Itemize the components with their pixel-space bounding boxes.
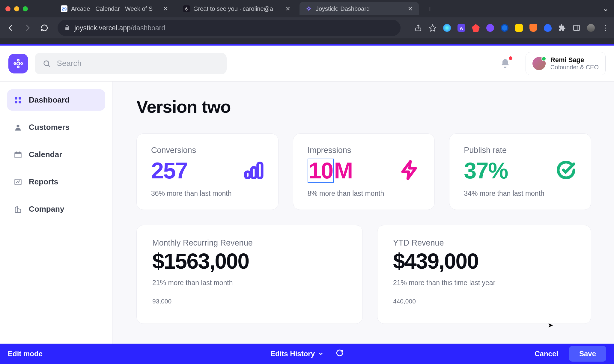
stat-cards-row: Conversions 257 36% more than last month… — [136, 133, 591, 210]
chart-icon — [14, 178, 22, 186]
app-topbar: Remi Sage Cofounder & CEO — [0, 46, 614, 82]
browser-reload-button[interactable] — [38, 22, 50, 34]
svg-rect-17 — [252, 167, 256, 178]
sidebar-item-company[interactable]: Company — [7, 198, 105, 220]
revenue-value: $1563,000 — [152, 249, 347, 273]
page-title: Version two — [136, 97, 591, 117]
sidebar: Dashboard Customers Calendar Reports Com… — [0, 82, 112, 364]
app-logo[interactable] — [8, 54, 28, 73]
extension-icon[interactable] — [486, 24, 494, 32]
window-minimize-dot[interactable] — [14, 6, 19, 11]
svg-rect-11 — [15, 101, 17, 103]
browser-tab-superhuman[interactable]: 6 Great to see you · caroline@a ✕ — [177, 2, 297, 15]
tab-overflow-icon[interactable]: ⌄ — [603, 4, 609, 13]
content-area: Version two Conversions 257 36% more tha… — [112, 82, 614, 364]
stat-label: Publish rate — [464, 146, 577, 155]
share-icon[interactable] — [414, 24, 422, 32]
calendar-icon — [14, 151, 22, 159]
revenue-cards-row: Monthly Recurring Revenue $1563,000 21% … — [136, 225, 591, 324]
revenue-card-mrr[interactable]: Monthly Recurring Revenue $1563,000 21% … — [136, 225, 363, 324]
profile-avatar-icon[interactable] — [587, 24, 595, 32]
extension-icon[interactable] — [501, 24, 508, 32]
svg-rect-9 — [15, 97, 17, 99]
url-path: /dashboard — [131, 24, 165, 32]
svg-point-5 — [21, 63, 23, 64]
search-field[interactable] — [35, 53, 227, 74]
app-viewport: Remi Sage Cofounder & CEO Dashboard Cust… — [0, 44, 614, 364]
sidebar-item-label: Calendar — [29, 150, 62, 159]
browser-address-bar: joystick.vercel.app/dashboard A ⋮ — [0, 17, 614, 38]
sidebar-item-label: Reports — [29, 177, 58, 186]
stat-label: Impressions — [308, 146, 420, 155]
revenue-card-ytd[interactable]: YTD Revenue $439,000 21% more than this … — [377, 225, 591, 324]
extension-icon[interactable] — [472, 24, 480, 32]
extension-icon[interactable] — [529, 24, 537, 32]
svg-rect-14 — [15, 152, 21, 158]
sidebar-item-label: Customers — [29, 123, 70, 132]
browser-tab-bar: 29 Arcade - Calendar - Week of S ✕ 6 Gre… — [0, 0, 614, 17]
joystick-icon — [306, 5, 312, 12]
browser-tab-joystick[interactable]: Joystick: Dashboard ✕ — [300, 2, 419, 15]
window-traffic-lights[interactable] — [5, 6, 28, 11]
stat-value: 257 — [151, 157, 187, 183]
stat-value: 10M — [308, 157, 353, 183]
sidebar-item-reports[interactable]: Reports — [7, 171, 105, 192]
revenue-label: YTD Revenue — [393, 238, 575, 248]
revenue-sub: 21% more than last month — [152, 279, 347, 287]
stat-card-conversions[interactable]: Conversions 257 36% more than last month — [136, 133, 279, 210]
star-icon[interactable] — [429, 24, 437, 32]
refresh-button[interactable] — [336, 349, 344, 359]
check-circle-icon — [556, 160, 577, 182]
extension-icon[interactable] — [515, 24, 523, 32]
notifications-button[interactable] — [498, 56, 512, 71]
browser-tab-arcade[interactable]: 29 Arcade - Calendar - Week of S ✕ — [55, 2, 174, 15]
save-button[interactable]: Save — [569, 346, 606, 362]
tab-close-icon[interactable]: ✕ — [408, 5, 413, 12]
tab-title: Joystick: Dashboard — [316, 5, 370, 12]
app-main: Dashboard Customers Calendar Reports Com… — [0, 82, 614, 364]
svg-rect-12 — [19, 101, 21, 103]
building-icon — [14, 205, 22, 213]
browser-forward-button[interactable] — [22, 22, 34, 34]
sidebar-item-calendar[interactable]: Calendar — [7, 144, 105, 165]
cancel-button[interactable]: Cancel — [527, 346, 566, 362]
tab-close-icon[interactable]: ✕ — [285, 5, 291, 12]
browser-back-button[interactable] — [5, 22, 17, 34]
sidepanel-icon[interactable] — [573, 24, 580, 32]
grid-icon — [14, 96, 22, 104]
chrome-menu-icon[interactable]: ⋮ — [601, 24, 609, 32]
extensions-puzzle-icon[interactable] — [558, 24, 566, 32]
user-avatar — [532, 57, 546, 70]
calendar-icon: 29 — [61, 5, 67, 12]
extension-icon[interactable] — [544, 24, 552, 32]
extension-icon[interactable]: A — [458, 24, 465, 32]
svg-rect-10 — [19, 97, 21, 99]
sidebar-item-dashboard[interactable]: Dashboard — [7, 89, 105, 111]
browser-url-field[interactable]: joystick.vercel.app/dashboard — [58, 20, 401, 36]
edit-mode-bar: Edit mode Edits History Cancel Save — [0, 344, 614, 364]
tab-close-icon[interactable]: ✕ — [163, 5, 168, 12]
mouse-cursor: ➤ — [548, 321, 553, 329]
user-menu[interactable]: Remi Sage Cofounder & CEO — [526, 52, 606, 75]
svg-point-7 — [14, 63, 16, 64]
new-tab-button[interactable]: + — [425, 4, 435, 14]
edits-history-button[interactable]: Edits History — [270, 350, 324, 358]
notification-badge — [508, 56, 513, 61]
search-input[interactable] — [57, 59, 219, 68]
window-close-dot[interactable] — [5, 6, 10, 11]
stat-card-impressions[interactable]: Impressions 10M 8% more than last month — [293, 133, 435, 210]
extension-icon[interactable] — [443, 24, 451, 32]
revenue-sub: 21% more than this time last year — [393, 279, 575, 287]
lightning-icon — [399, 160, 420, 182]
svg-rect-2 — [574, 25, 580, 30]
browser-chrome: 29 Arcade - Calendar - Week of S ✕ 6 Gre… — [0, 0, 614, 44]
tab-title: Great to see you · caroline@a — [193, 5, 273, 12]
svg-point-8 — [44, 61, 49, 65]
lock-icon — [64, 25, 70, 31]
svg-rect-16 — [245, 172, 250, 178]
stat-card-publish-rate[interactable]: Publish rate 37% 34% more than last mont… — [449, 133, 591, 210]
revenue-label: Monthly Recurring Revenue — [152, 238, 347, 248]
window-fullscreen-dot[interactable] — [23, 6, 28, 11]
user-name: Remi Sage — [550, 56, 599, 64]
sidebar-item-customers[interactable]: Customers — [7, 117, 105, 138]
